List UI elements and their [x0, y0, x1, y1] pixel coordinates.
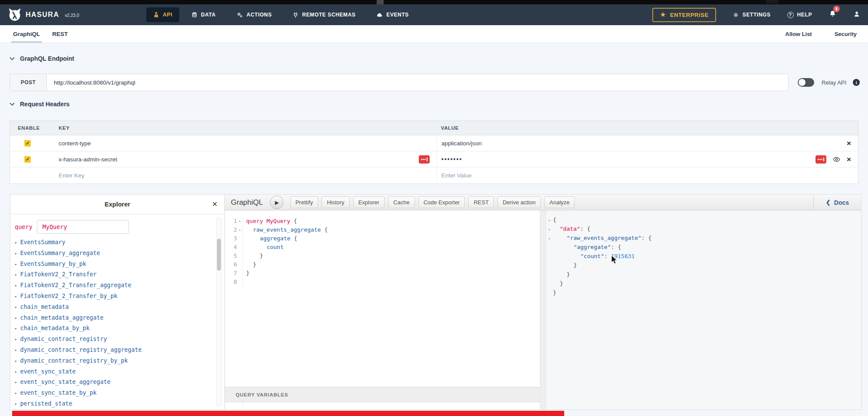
relay-api-toggle[interactable] [798, 78, 814, 87]
remove-header-button[interactable]: × [847, 156, 851, 163]
header-key-input[interactable]: content-type [59, 140, 91, 147]
code-exporter-button[interactable]: Code Exporter [418, 197, 465, 208]
explorer-field[interactable]: ▸event_sync_state_by_pk [15, 388, 224, 399]
fold-gutter [237, 270, 243, 278]
fold-arrow-icon[interactable]: ▾ [546, 226, 553, 235]
enterprise-button[interactable]: ★ ENTERPRISE [652, 8, 716, 22]
query-editor[interactable]: 1▾query MyQuery {2▾raw_events_aggregate … [225, 210, 540, 409]
code-line[interactable]: 6} [225, 261, 540, 270]
nav-item-api[interactable]: API [146, 7, 179, 22]
scrollbar-thumb[interactable] [217, 239, 221, 271]
code-line[interactable]: 2▾raw_events_aggregate { [225, 226, 540, 235]
fold-arrow-icon[interactable]: ▾ [546, 235, 553, 244]
query-variables-editor[interactable] [225, 402, 540, 409]
explorer-field[interactable]: ▸persisted_state [15, 399, 224, 409]
code-line[interactable]: 5} [225, 252, 540, 261]
docs-button[interactable]: ❮ Docs [813, 195, 861, 210]
remove-header-button[interactable]: × [847, 140, 851, 147]
derive-action-button[interactable]: Derive action [497, 197, 541, 208]
editor-scrollbar-strip[interactable] [540, 210, 546, 409]
rest-button[interactable]: REST [468, 197, 494, 208]
explorer-field[interactable]: ▸EventsSummary_aggregate [15, 248, 224, 259]
explorer-field[interactable]: ▸FiatTokenV2_2_Transfer_aggregate [15, 280, 224, 291]
explorer-field[interactable]: ▸EventsSummary [15, 237, 224, 248]
notifications-button[interactable] [829, 10, 837, 20]
fold-arrow-icon[interactable]: ▾ [546, 216, 553, 226]
line-number: 8 [225, 278, 237, 287]
cache-button[interactable]: Cache [388, 197, 415, 208]
hasura-logo-block[interactable]: HASURA v2.23.0 [8, 8, 79, 22]
help-button[interactable]: ? HELP [787, 12, 812, 18]
close-icon[interactable]: × [212, 199, 217, 209]
new-header-value-input[interactable]: Enter Value [441, 172, 472, 179]
code-text: aggregate { [243, 235, 540, 244]
explorer-field[interactable]: ▸FiatTokenV2_2_Transfer_by_pk [15, 291, 224, 302]
fold-gutter [546, 262, 553, 271]
code-line[interactable]: 8 [225, 278, 540, 287]
code-line[interactable]: 1▾query MyQuery { [225, 218, 540, 226]
request-headers-section-header[interactable]: Request Headers [10, 101, 69, 108]
header-value-input[interactable]: ••••••• [441, 156, 462, 163]
explorer-field[interactable]: ▸EventsSummary_by_pk [15, 259, 224, 270]
explorer-field[interactable]: ▸dynamic_contract_registry_by_pk [15, 356, 224, 367]
line-number: 7 [225, 270, 237, 278]
explorer-field[interactable]: ▸FiatTokenV2_2_Transfer [15, 269, 224, 280]
nav-item-events[interactable]: EVENTS [368, 4, 418, 25]
enable-checkbox[interactable]: ✓ [24, 140, 31, 147]
explorer-button[interactable]: Explorer [353, 197, 385, 208]
operation-name-input[interactable] [37, 220, 129, 234]
masked-value-icon[interactable] [419, 155, 430, 164]
explorer-field[interactable]: ▸event_sync_state [15, 367, 224, 377]
history-button[interactable]: History [322, 197, 349, 208]
header-value-input[interactable]: application/json [441, 140, 482, 147]
query-variables-bar[interactable]: QUERY VARIABLES [225, 387, 540, 402]
code-line[interactable]: 7} [225, 270, 540, 278]
notification-badge [833, 6, 840, 12]
analyze-button[interactable]: Analyze [544, 197, 575, 208]
nav-item-data[interactable]: DATA [183, 4, 224, 25]
fold-gutter [237, 261, 243, 270]
explorer-field[interactable]: ▸dynamic_contract_registry [15, 334, 224, 345]
fold-gutter [237, 278, 243, 287]
nav-item-remote-schemas[interactable]: REMOTE SCHEMAS [284, 4, 364, 25]
video-progress-bar[interactable] [12, 411, 564, 416]
fold-arrow-icon[interactable]: ▾ [237, 226, 243, 235]
account-button[interactable] [853, 10, 860, 20]
explorer-field[interactable]: ▸chain_metadata [15, 302, 224, 313]
tab-security[interactable]: Security [835, 31, 857, 37]
new-header-key-input[interactable]: Enter Key [59, 172, 84, 179]
graphiql-workspace: Explorer × query ▸EventsSummary▸EventsSu… [10, 194, 861, 410]
endpoint-url-input[interactable] [47, 74, 789, 91]
triangle-right-icon: ▸ [15, 402, 17, 406]
nav-item-actions[interactable]: ACTIONS [228, 4, 280, 25]
explorer-field[interactable]: ▸chain_metadata_aggregate [15, 313, 224, 324]
nav-item-label: EVENTS [386, 12, 409, 18]
eye-icon[interactable] [833, 157, 840, 162]
explorer-field[interactable]: ▸persisted_state_aggregate [15, 409, 224, 410]
triangle-right-icon: ▸ [15, 283, 17, 288]
hasura-console: { "topbar": { "brand": "HASURA", "versio… [0, 0, 868, 416]
prettify-button[interactable]: Prettify [290, 197, 318, 208]
tab-allow-list[interactable]: Allow List [785, 31, 812, 37]
line-number: 5 [225, 252, 237, 261]
tab-rest[interactable]: REST [46, 25, 74, 43]
masked-value-icon[interactable] [815, 155, 826, 164]
explorer-field[interactable]: ▸event_sync_state_aggregate [15, 377, 224, 388]
database-icon [191, 12, 197, 18]
fold-arrow-icon[interactable]: ▾ [237, 218, 243, 226]
graphql-endpoint-section-header[interactable]: GraphQL Endpoint [10, 55, 74, 62]
chevron-down-icon [10, 57, 15, 60]
execute-query-button[interactable]: ▶ [270, 196, 283, 209]
settings-button[interactable]: SETTINGS [733, 12, 771, 18]
explorer-field[interactable]: ▸dynamic_contract_registry_aggregate [15, 345, 224, 356]
code-line[interactable]: 4count [225, 244, 540, 252]
explorer-scrollbar[interactable] [216, 217, 222, 407]
info-icon[interactable]: i [853, 79, 860, 86]
tab-graphiql[interactable]: GraphiQL [7, 25, 46, 43]
enable-checkbox[interactable]: ✓ [24, 156, 31, 163]
header-key-input[interactable]: x-hasura-admin-secret [59, 156, 117, 163]
explorer-field[interactable]: ▸chain_metadata_by_pk [15, 323, 224, 334]
triangle-right-icon: ▸ [15, 380, 17, 384]
table-row: ✓ x-hasura-admin-secret ••••••• × [10, 151, 858, 167]
code-line[interactable]: 3aggregate { [225, 235, 540, 244]
